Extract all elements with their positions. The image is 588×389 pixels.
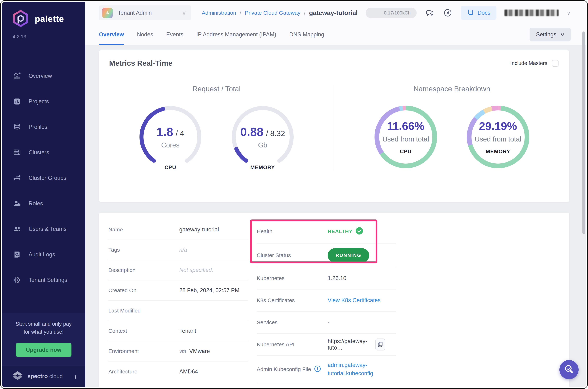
row-label: Created On bbox=[108, 287, 179, 293]
detail-row-kubernetes: Kubernetes 1.26.10 bbox=[257, 267, 396, 290]
sidebar-item-audit-logs[interactable]: Audit Logs bbox=[2, 242, 85, 267]
request-total-title: Request / Total bbox=[99, 85, 334, 93]
vertical-scrollbar-thumb[interactable] bbox=[582, 32, 585, 234]
row-label: Health bbox=[257, 228, 328, 234]
row-label: Services bbox=[257, 319, 328, 325]
settings-button[interactable]: Settings ∨ bbox=[529, 28, 571, 41]
cpu-gauge: 1.8 / 4 Cores CPU bbox=[132, 103, 208, 170]
sidebar-collapse-icon[interactable]: ‹ bbox=[74, 371, 77, 382]
project-selector-label: Tenant Admin bbox=[118, 10, 152, 16]
sidebar-item-tenant-settings[interactable]: ⚙ Tenant Settings bbox=[2, 267, 85, 293]
sidebar-item-projects[interactable]: Projects bbox=[2, 89, 85, 114]
include-masters-checkbox[interactable] bbox=[552, 60, 558, 66]
settings-label: Settings bbox=[536, 31, 556, 38]
metrics-card-title: Metrics Real-Time bbox=[109, 59, 172, 67]
brand-logo-row: palette bbox=[12, 10, 85, 28]
include-masters-label: Include Masters bbox=[510, 60, 547, 66]
book-icon bbox=[467, 8, 474, 17]
sidebar-item-label: Users & Teams bbox=[29, 226, 66, 232]
users-icon bbox=[13, 225, 21, 233]
sidebar-item-label: Projects bbox=[29, 98, 49, 105]
user-name-redacted[interactable] bbox=[504, 10, 559, 16]
spectro-label: spectro bbox=[28, 373, 48, 379]
memory-gauge-label: MEMORY bbox=[225, 164, 301, 170]
sidebar-item-overview[interactable]: Overview bbox=[2, 63, 85, 89]
tab-events[interactable]: Events bbox=[166, 24, 183, 45]
detail-row-cluster-status: Cluster Status RUNNING bbox=[257, 244, 396, 267]
docs-button[interactable]: Docs bbox=[461, 6, 496, 20]
sidebar-item-users-teams[interactable]: Users & Teams bbox=[2, 216, 85, 242]
tab-nodes[interactable]: Nodes bbox=[137, 24, 153, 45]
detail-row-environment: Environment vm VMware bbox=[108, 341, 248, 361]
app-version: 4.2.13 bbox=[13, 34, 85, 40]
info-icon[interactable] bbox=[314, 365, 321, 374]
namespace-breakdown-panel: Namespace Breakdown 11.66% Used from tot… bbox=[334, 85, 569, 170]
breadcrumb-private-cloud-gateway[interactable]: Private Cloud Gateway bbox=[245, 10, 300, 16]
sidebar-item-label: Roles bbox=[29, 200, 43, 207]
row-label: Architecture bbox=[108, 369, 179, 375]
layers-icon bbox=[13, 123, 21, 131]
health-status-text: HEALTHY bbox=[328, 228, 353, 234]
sidebar-item-clusters[interactable]: Clusters bbox=[2, 140, 85, 165]
sidebar-footer: spectro cloud ‹ bbox=[2, 365, 85, 387]
row-value: AMD64 bbox=[179, 368, 248, 375]
row-label: Tags bbox=[108, 247, 179, 253]
admin-kubeconfig-link[interactable]: admin.gateway-tutorial.kubeconfig bbox=[328, 361, 396, 378]
row-value: - bbox=[179, 307, 248, 314]
detail-row-k8s-certificates: K8s Certificates View K8s Certificates bbox=[257, 290, 396, 312]
running-status-badge: RUNNING bbox=[328, 248, 369, 262]
projects-icon bbox=[13, 97, 21, 106]
usage-quota-pill: 0.17/100kCh bbox=[366, 8, 417, 18]
row-label: Name bbox=[108, 227, 179, 233]
detail-row-tags: Tags n/a bbox=[108, 240, 248, 260]
network-icon bbox=[13, 174, 21, 182]
row-label: K8s Certificates bbox=[257, 297, 328, 303]
view-k8s-certificates-link[interactable]: View K8s Certificates bbox=[328, 297, 396, 304]
copy-button[interactable] bbox=[375, 339, 385, 351]
detail-row-admin-kubeconfig: Admin Kubeconfig File admin.gateway-tuto… bbox=[257, 356, 396, 383]
upgrade-now-button[interactable]: Upgrade now bbox=[16, 343, 71, 357]
row-value: n/a bbox=[179, 247, 248, 253]
compass-icon[interactable] bbox=[443, 8, 453, 18]
row-value: 1.26.10 bbox=[328, 275, 396, 282]
search-fab-button[interactable] bbox=[559, 360, 579, 379]
sidebar-nav: Overview Projects bbox=[2, 63, 85, 313]
memory-gauge-chart bbox=[229, 103, 296, 170]
tenant-admin-icon bbox=[102, 8, 113, 18]
row-label: Admin Kubeconfig File bbox=[257, 366, 311, 372]
user-menu-chevron-icon[interactable]: ∨ bbox=[567, 10, 571, 16]
sidebar-item-label: Tenant Settings bbox=[29, 277, 67, 283]
detail-row-last-modified: Last Modified - bbox=[108, 301, 248, 321]
page-title: gateway-tutorial bbox=[309, 9, 358, 16]
spectro-cloud-logo-icon bbox=[12, 370, 23, 383]
tab-ipam[interactable]: IP Address Management (IPAM) bbox=[196, 24, 276, 45]
row-label: Environment bbox=[108, 348, 179, 354]
sidebar: palette 4.2.13 Overview bbox=[2, 2, 85, 387]
tab-dns-mapping[interactable]: DNS Mapping bbox=[289, 24, 324, 45]
chat-icon[interactable] bbox=[425, 8, 435, 18]
row-label: Description bbox=[108, 267, 179, 273]
detail-row-kubernetes-api: Kubernetes API https://gateway-tuto… bbox=[257, 334, 396, 356]
sidebar-item-cluster-groups[interactable]: Cluster Groups bbox=[2, 165, 85, 191]
tab-overview[interactable]: Overview bbox=[99, 24, 124, 45]
row-label: Kubernetes API bbox=[257, 341, 328, 348]
sidebar-item-profiles[interactable]: Profiles bbox=[2, 114, 85, 140]
check-circle-icon bbox=[355, 227, 363, 236]
breadcrumb-administration[interactable]: Administration bbox=[202, 10, 236, 16]
promo-line-1: Start small and only pay bbox=[8, 320, 79, 328]
cpu-gauge-label: CPU bbox=[132, 164, 208, 170]
search-icon bbox=[563, 364, 575, 375]
chevron-down-icon: ∨ bbox=[560, 32, 565, 37]
detail-row-architecture: Architecture AMD64 bbox=[108, 361, 248, 382]
project-scope-selector[interactable]: Tenant Admin ∨ bbox=[99, 5, 191, 20]
memory-gauge: 0.88 / 8.32 Gb MEMORY bbox=[225, 103, 301, 170]
sidebar-item-roles[interactable]: Roles bbox=[2, 191, 85, 216]
vmware-icon: vm bbox=[179, 349, 186, 354]
row-label: Kubernetes bbox=[257, 275, 328, 281]
docs-label: Docs bbox=[477, 10, 490, 16]
palette-logo-icon bbox=[12, 10, 29, 28]
gateway-details-card: Name gateway-tutorial Tags n/a Descripti… bbox=[99, 213, 569, 387]
audit-search-icon bbox=[13, 250, 21, 259]
kubernetes-api-url: https://gateway-tuto… bbox=[328, 338, 372, 351]
sidebar-item-label: Cluster Groups bbox=[29, 175, 66, 181]
